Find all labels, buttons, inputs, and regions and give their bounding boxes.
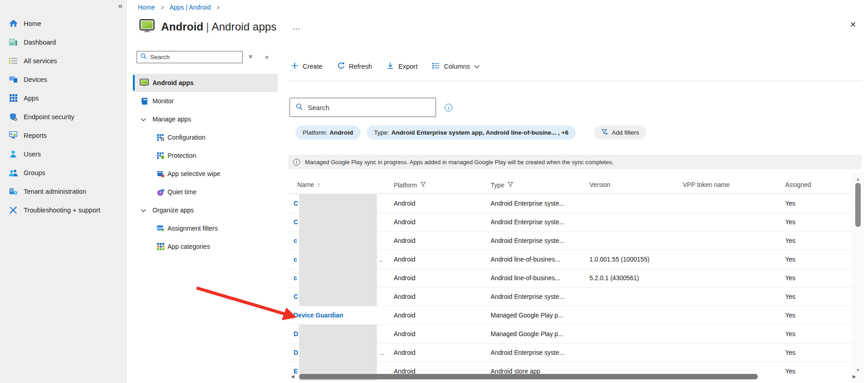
type-filter-pill[interactable]: Type: Android Enterprise system app, And… xyxy=(367,126,576,140)
snav-group-manage-apps[interactable]: Manage apps xyxy=(133,110,278,128)
breadcrumb-separator: > xyxy=(161,5,164,11)
table-row[interactable]: C Android Android Enterprise syste... Ye… xyxy=(288,194,852,213)
column-header-version[interactable]: Version xyxy=(589,181,610,188)
scroll-up-icon[interactable]: ▲ xyxy=(852,176,864,181)
columns-button[interactable]: Columns xyxy=(432,62,480,71)
toolbar: Create Refresh Export Columns xyxy=(291,62,480,71)
platform-cell: Android xyxy=(394,269,416,287)
snav-item-quiet-time[interactable]: Quiet time xyxy=(133,183,278,201)
all-services-icon xyxy=(9,57,18,64)
nav-item-label: Users xyxy=(24,151,41,158)
info-icon[interactable]: i xyxy=(445,104,452,111)
snav-item-assignment-filters[interactable]: Assignment filters xyxy=(133,219,278,237)
shield-gear-icon xyxy=(9,113,18,121)
left-nav: « Home Dashboard All services Devices Ap… xyxy=(0,0,127,383)
add-filters-button[interactable]: Add filters xyxy=(594,126,646,140)
device-guardian-link[interactable]: Device Guardian xyxy=(294,312,343,319)
nav-item-home[interactable]: Home xyxy=(0,14,127,33)
snav-item-app-categories[interactable]: App categories xyxy=(133,237,278,256)
app-name-link[interactable]: c xyxy=(294,237,297,244)
column-header-platform[interactable]: Platform xyxy=(394,181,426,189)
type-cell: Android line-of-busines... xyxy=(491,250,560,269)
collapse-secondary-nav-icon[interactable]: « xyxy=(265,53,269,60)
nav-item-all-services[interactable]: All services xyxy=(0,51,127,70)
horizontal-scrollbar[interactable]: ◀ ▶ xyxy=(288,373,862,381)
snav-item-label: Android apps xyxy=(152,79,193,86)
secondary-search-box[interactable] xyxy=(137,51,243,63)
refresh-button[interactable]: Refresh xyxy=(337,62,372,71)
secondary-search-input[interactable] xyxy=(150,54,239,60)
table-row[interactable]: C Android Android Enterprise syste... Ye… xyxy=(288,213,852,232)
breadcrumb-apps-android-link[interactable]: Apps | Android xyxy=(169,4,211,11)
column-header-assigned[interactable]: Assigned xyxy=(785,181,811,188)
search-icon xyxy=(295,103,303,112)
nav-item-groups[interactable]: Groups xyxy=(0,163,127,182)
nav-item-tenant-administration[interactable]: Tenant administration xyxy=(0,182,127,201)
platform-cell: Android xyxy=(394,325,416,343)
nav-item-label: Home xyxy=(24,20,41,27)
table-row[interactable]: c Android Android Enterprise syste... Ye… xyxy=(288,232,852,250)
vertical-scrollbar[interactable]: ▲ ▼ xyxy=(852,173,864,383)
app-name-link[interactable]: D xyxy=(294,331,298,338)
protection-icon xyxy=(156,152,165,160)
nav-item-apps[interactable]: Apps xyxy=(0,89,127,107)
nav-item-reports[interactable]: Reports xyxy=(0,126,127,145)
app-name-link[interactable]: C xyxy=(294,200,298,207)
table-row[interactable]: c .. Android Android line-of-busines... … xyxy=(288,250,852,269)
app-name-link[interactable]: c xyxy=(294,275,297,282)
redacted-name-overlay xyxy=(299,194,377,213)
table-row[interactable]: D ... Android Android Enterprise syste..… xyxy=(288,343,852,362)
snav-item-app-selective-wipe[interactable]: App selective wipe xyxy=(133,165,278,183)
platform-cell: Android xyxy=(394,213,416,232)
collapse-left-nav-icon[interactable]: « xyxy=(118,2,122,10)
nav-item-endpoint-security[interactable]: Endpoint security xyxy=(0,107,127,126)
table-row[interactable]: C Android Android Enterprise syste... Ye… xyxy=(288,287,852,306)
snav-item-label: Quiet time xyxy=(168,188,197,196)
apps-icon xyxy=(9,94,18,102)
nav-item-label: Endpoint security xyxy=(24,113,74,121)
breadcrumb-home-link[interactable]: Home xyxy=(138,4,155,11)
horizontal-scroll-thumb[interactable] xyxy=(299,374,758,379)
redacted-name-overlay xyxy=(299,269,377,287)
dashboard-icon xyxy=(9,38,18,46)
table-row-device-guardian[interactable]: Device Guardian Android Managed Google P… xyxy=(288,306,852,325)
nav-item-troubleshooting[interactable]: Troubleshooting + support xyxy=(0,201,127,219)
app-name-link[interactable]: D xyxy=(294,349,298,356)
snav-item-monitor[interactable]: Monitor xyxy=(133,92,278,110)
app-name-link[interactable]: C xyxy=(294,293,298,300)
search-icon xyxy=(140,53,147,61)
clear-search-icon[interactable]: ✕ xyxy=(248,53,253,60)
snav-item-label: App selective wipe xyxy=(168,170,220,177)
assigned-cell: Yes xyxy=(785,213,796,232)
type-cell: Android Enterprise syste... xyxy=(491,343,564,362)
app-search-box[interactable] xyxy=(289,98,436,117)
monitor-icon xyxy=(140,97,149,105)
table-row[interactable]: c Android Android line-of-busines... 5.2… xyxy=(288,269,852,287)
app-name-link[interactable]: C xyxy=(294,219,298,226)
vertical-scroll-thumb[interactable] xyxy=(855,183,861,227)
snav-item-android-apps[interactable]: Android apps xyxy=(133,74,278,92)
nav-item-dashboard[interactable]: Dashboard xyxy=(0,33,127,51)
scroll-right-icon[interactable]: ▶ xyxy=(853,374,856,379)
column-header-name[interactable]: Name ↑ xyxy=(297,181,320,188)
scroll-left-icon[interactable]: ◀ xyxy=(291,374,294,379)
snav-item-protection[interactable]: Protection xyxy=(133,146,278,165)
type-cell: Android Enterprise syste... xyxy=(491,287,564,306)
create-button[interactable]: Create xyxy=(291,62,323,71)
assigned-cell: Yes xyxy=(785,269,796,287)
nav-item-devices[interactable]: Devices xyxy=(0,70,127,89)
nav-item-users[interactable]: Users xyxy=(0,145,127,163)
export-button[interactable]: Export xyxy=(386,62,417,71)
assigned-cell: Yes xyxy=(785,287,796,306)
snav-item-configuration[interactable]: Configuration xyxy=(133,128,278,146)
platform-filter-pill[interactable]: Platform: Android xyxy=(295,126,360,140)
scroll-down-icon[interactable]: ▼ xyxy=(852,368,864,373)
secondary-nav: ✕ « Android apps Monitor Manage apps xyxy=(133,51,278,256)
main-panel: Create Refresh Export Columns xyxy=(288,0,868,383)
app-name-link[interactable]: c xyxy=(294,256,297,263)
snav-group-organize-apps[interactable]: Organize apps xyxy=(133,201,278,219)
app-search-input[interactable] xyxy=(308,104,430,111)
column-header-type[interactable]: Type xyxy=(491,181,513,189)
column-header-vpp[interactable]: VPP token name xyxy=(683,181,730,188)
table-row[interactable]: D Android Managed Google Play p... Yes xyxy=(288,325,852,343)
